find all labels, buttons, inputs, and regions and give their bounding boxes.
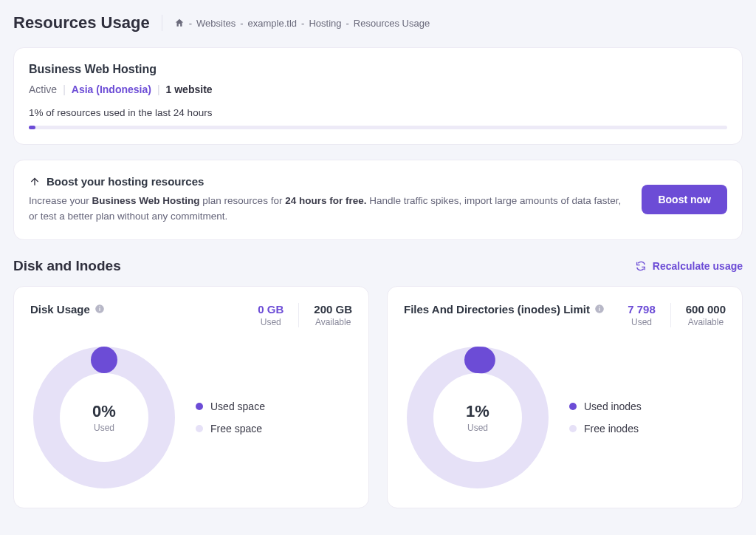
section-title-disk-inodes: Disk and Inodes <box>13 258 121 274</box>
website-count: 1 website <box>166 84 213 95</box>
inodes-card: Files And Directories (inodes) Limit 7 7… <box>387 286 743 508</box>
disk-available-value: 200 GB <box>314 303 352 316</box>
breadcrumb-sep: - <box>240 18 243 29</box>
inodes-available-label: Available <box>686 317 726 327</box>
legend-dot-free-icon <box>196 425 203 432</box>
usage-progress-fill <box>29 126 35 129</box>
boost-description: Increase your Business Web Hosting plan … <box>29 194 627 225</box>
breadcrumb-sep: - <box>189 18 192 29</box>
arrow-up-icon <box>29 176 41 188</box>
boost-heading: Boost your hosting resources <box>47 175 204 188</box>
breadcrumb-sep: - <box>301 18 304 29</box>
recalculate-label: Recalculate usage <box>653 260 743 272</box>
svg-rect-6 <box>599 308 599 311</box>
disk-used-value: 0 GB <box>258 303 284 316</box>
boost-card: Boost your hosting resources Increase yo… <box>13 160 743 240</box>
breadcrumb-item[interactable]: Websites <box>196 18 236 29</box>
legend-free-inodes: Free inodes <box>569 423 642 435</box>
meta-separator: | <box>157 84 160 95</box>
inodes-available-value: 600 000 <box>686 303 726 316</box>
inodes-used-label: Used <box>628 317 656 327</box>
disk-usage-card: Disk Usage 0 GB Used 200 GB Available <box>13 286 369 508</box>
status-active: Active <box>29 84 57 95</box>
svg-rect-7 <box>599 307 599 307</box>
usage-progress-track <box>29 126 727 129</box>
recalculate-usage-button[interactable]: Recalculate usage <box>635 260 743 272</box>
legend-dot-used-icon <box>569 403 577 410</box>
hosting-plan-name: Business Web Hosting <box>29 63 727 76</box>
legend-dot-free-icon <box>569 425 577 432</box>
breadcrumb-sep: - <box>346 18 348 29</box>
legend-dot-used-icon <box>196 403 203 410</box>
breadcrumb: - Websites - example.tld - Hosting - Res… <box>174 18 430 29</box>
inodes-title: Files And Directories (inodes) Limit <box>404 303 590 316</box>
breadcrumb-item[interactable]: Hosting <box>309 18 341 29</box>
inodes-percent-text: 1% <box>466 402 489 421</box>
disk-available-label: Available <box>314 317 352 327</box>
disk-used-label: Used <box>258 317 284 327</box>
legend-free-space: Free space <box>196 423 265 435</box>
svg-rect-1 <box>99 308 100 311</box>
inodes-donut-chart: 1% Used <box>404 344 551 491</box>
hosting-overview-card: Business Web Hosting Active | Asia (Indo… <box>13 47 743 145</box>
legend-used-space: Used space <box>196 401 265 412</box>
disk-percent-label: Used <box>94 423 114 433</box>
region-link[interactable]: Asia (Indonesia) <box>72 84 151 95</box>
disk-usage-title: Disk Usage <box>30 303 90 316</box>
svg-rect-2 <box>99 307 100 307</box>
inodes-used-value: 7 798 <box>628 303 656 316</box>
disk-donut-chart: 0% Used <box>30 344 178 491</box>
usage-summary-text: 1% of resources used in the last 24 hour… <box>29 107 727 118</box>
home-icon[interactable] <box>174 18 185 28</box>
info-icon[interactable] <box>594 304 605 314</box>
divider <box>162 15 162 31</box>
disk-percent-text: 0% <box>92 402 116 421</box>
inodes-percent-label: Used <box>467 423 488 433</box>
stat-separator <box>298 303 299 327</box>
meta-separator: | <box>63 84 66 95</box>
stat-separator <box>670 303 671 327</box>
boost-now-button[interactable]: Boost now <box>642 185 727 214</box>
page-title: Resources Usage <box>13 13 150 33</box>
legend-used-inodes: Used inodes <box>569 401 642 412</box>
breadcrumb-item: Resources Usage <box>354 18 430 29</box>
refresh-icon <box>635 260 647 272</box>
info-icon[interactable] <box>94 304 105 314</box>
breadcrumb-item[interactable]: example.tld <box>248 18 297 29</box>
